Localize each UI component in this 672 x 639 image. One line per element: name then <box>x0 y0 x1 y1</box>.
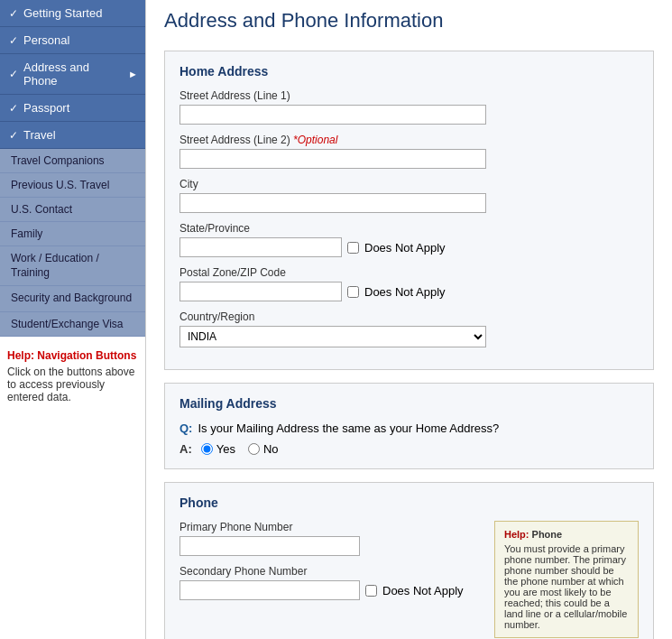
checkmark-icon: ✓ <box>9 7 18 20</box>
city-input[interactable] <box>180 193 486 213</box>
mailing-address-section: Mailing Address Q: Is your Mailing Addre… <box>164 383 654 469</box>
sidebar-help-body: Click on the buttons above to access pre… <box>7 366 138 403</box>
primary-phone-input[interactable] <box>180 536 360 556</box>
state-dna-checkbox[interactable] <box>347 242 359 254</box>
secondary-phone-dna-checkbox[interactable] <box>365 585 377 597</box>
phone-help-title: Help: Phone <box>504 529 629 540</box>
checkmark-icon: ✓ <box>9 34 18 47</box>
sidebar-item-security[interactable]: Security and Background <box>0 286 145 312</box>
secondary-phone-row: Does Not Apply <box>180 580 483 600</box>
state-group: State/Province Does Not Apply <box>180 222 639 257</box>
postal-group: Postal Zone/ZIP Code Does Not Apply <box>180 266 639 301</box>
home-address-section: Home Address Street Address (Line 1) Str… <box>164 51 654 370</box>
secondary-phone-label: Secondary Phone Number <box>180 565 483 578</box>
mailing-answer-row: A: Yes No <box>180 442 639 456</box>
mailing-yes-radio[interactable] <box>201 443 213 455</box>
phone-wrapper: Primary Phone Number Secondary Phone Num… <box>180 521 639 638</box>
state-dna-label: Does Not Apply <box>364 241 446 255</box>
sidebar-help: Help: Navigation Buttons Click on the bu… <box>0 340 145 412</box>
phone-title: Phone <box>180 495 639 510</box>
main-content: Address and Phone Information Home Addre… <box>146 0 672 639</box>
phone-help-body: You must provide a primary phone number.… <box>504 543 629 630</box>
street2-input[interactable] <box>180 149 486 169</box>
mailing-no-option: No <box>248 442 279 456</box>
secondary-phone-group: Secondary Phone Number Does Not Apply <box>180 565 483 600</box>
checkmark-icon: ✓ <box>9 129 18 142</box>
street1-group: Street Address (Line 1) <box>180 89 639 125</box>
sidebar-item-student-exchange[interactable]: Student/Exchange Visa <box>0 312 145 337</box>
city-label: City <box>180 178 639 190</box>
home-address-title: Home Address <box>180 64 639 79</box>
sidebar-item-getting-started[interactable]: ✓ Getting Started <box>0 0 145 27</box>
sidebar-item-previous-us-travel[interactable]: Previous U.S. Travel <box>0 173 145 198</box>
postal-dna-label: Does Not Apply <box>364 285 446 299</box>
mailing-radio-group: Yes No <box>201 442 279 456</box>
sidebar-item-family[interactable]: Family <box>0 222 145 246</box>
sidebar: ✓ Getting Started ✓ Personal ✓ Address a… <box>0 0 146 639</box>
sidebar-item-personal[interactable]: ✓ Personal <box>0 27 145 54</box>
phone-form: Primary Phone Number Secondary Phone Num… <box>180 521 483 609</box>
street1-label: Street Address (Line 1) <box>180 89 639 102</box>
phone-help-panel: Help: Phone You must provide a primary p… <box>494 521 639 638</box>
secondary-phone-dna-label: Does Not Apply <box>382 584 464 597</box>
primary-phone-label: Primary Phone Number <box>180 521 483 533</box>
page-title: Address and Phone Information <box>164 9 654 36</box>
mailing-question-row: Q: Is your Mailing Address the same as y… <box>180 421 639 435</box>
street2-group: Street Address (Line 2) *Optional <box>180 134 639 169</box>
country-group: Country/Region INDIA UNITED STATES UNITE… <box>180 310 639 347</box>
street1-input[interactable] <box>180 105 486 125</box>
sidebar-help-title: Help: Navigation Buttons <box>7 349 138 362</box>
state-label: State/Province <box>180 222 639 235</box>
primary-phone-group: Primary Phone Number <box>180 521 483 556</box>
country-label: Country/Region <box>180 310 639 323</box>
mailing-yes-option: Yes <box>201 442 235 456</box>
mailing-address-title: Mailing Address <box>180 396 639 411</box>
sidebar-item-passport[interactable]: ✓ Passport <box>0 95 145 122</box>
postal-input[interactable] <box>180 282 342 301</box>
mailing-question-text: Is your Mailing Address the same as your… <box>198 421 499 435</box>
postal-label: Postal Zone/ZIP Code <box>180 266 639 279</box>
phone-section: Phone Primary Phone Number Secondary Pho… <box>164 482 654 639</box>
sidebar-item-address-phone[interactable]: ✓ Address and Phone ► <box>0 54 145 95</box>
sidebar-item-us-contact[interactable]: U.S. Contact <box>0 198 145 222</box>
postal-dna-checkbox[interactable] <box>347 286 359 298</box>
arrow-icon: ► <box>128 69 138 79</box>
mailing-no-radio[interactable] <box>248 443 260 455</box>
sidebar-item-travel[interactable]: ✓ Travel <box>0 122 145 149</box>
secondary-phone-input[interactable] <box>180 580 360 600</box>
answer-label: A: <box>180 442 192 456</box>
postal-input-row: Does Not Apply <box>180 282 639 301</box>
street2-label: Street Address (Line 2) *Optional <box>180 134 639 146</box>
sidebar-item-travel-companions[interactable]: Travel Companions <box>0 149 145 173</box>
sidebar-item-work-education[interactable]: Work / Education / Training <box>0 246 145 286</box>
question-label: Q: <box>180 421 192 435</box>
state-input[interactable] <box>180 237 342 257</box>
city-group: City <box>180 178 639 213</box>
checkmark-icon: ✓ <box>9 68 18 80</box>
state-input-row: Does Not Apply <box>180 237 639 257</box>
country-select[interactable]: INDIA UNITED STATES UNITED KINGDOM CANAD… <box>180 326 486 347</box>
checkmark-icon: ✓ <box>9 102 18 115</box>
